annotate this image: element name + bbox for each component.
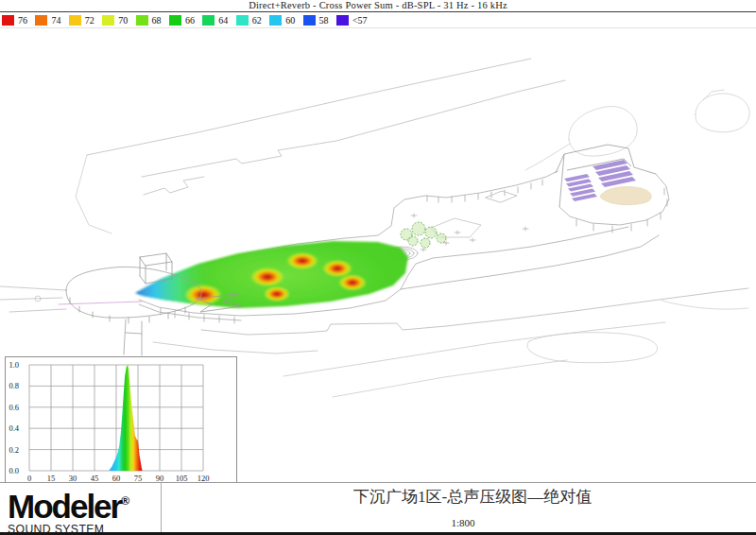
spl-hotspot [264, 286, 290, 302]
stairs-structure [556, 145, 656, 207]
legend-item: 74 [35, 14, 68, 26]
spl-hotspot [338, 275, 367, 291]
legend-swatch [136, 15, 148, 26]
spl-hotspot [322, 260, 352, 277]
trees-group [401, 222, 446, 248]
drawing-scale: 1:800 [406, 517, 520, 528]
legend-label: 62 [252, 15, 262, 26]
spl-hotspot [184, 285, 222, 305]
svg-text:0.2: 0.2 [9, 445, 19, 455]
spl-color-legend: 76747270686664626058<57 [0, 12, 756, 28]
legend-item: 64 [202, 14, 235, 26]
legend-swatch [35, 15, 47, 26]
footer-divider [161, 483, 162, 532]
report-title-bar: Direct+Reverb - Cross Power Sum - dB-SPL… [0, 0, 756, 12]
legend-swatch [169, 15, 181, 26]
legend-swatch [69, 15, 81, 26]
legend-label: 66 [185, 15, 195, 26]
legend-label: 70 [118, 15, 128, 26]
drawing-title: 下沉广场1区-总声压级图—绝对值 [353, 486, 592, 508]
report-title: Direct+Reverb - Cross Power Sum - dB-SPL… [0, 0, 756, 11]
histogram-y-labels: 1.00.80.60.40.20.0 [9, 360, 19, 475]
legend-swatch [236, 15, 249, 26]
legend-label: 76 [18, 15, 27, 26]
svg-text:0.0: 0.0 [9, 466, 19, 475]
legend-item: 66 [169, 14, 202, 26]
spl-hotspot [286, 252, 318, 269]
svg-text:0.8: 0.8 [9, 381, 19, 390]
histogram-distribution [109, 365, 142, 471]
registered-mark: ® [121, 494, 129, 508]
legend-label: 74 [51, 15, 60, 26]
legend-item: 70 [102, 14, 135, 26]
legend-swatch [303, 15, 316, 26]
legend-label: 64 [218, 15, 228, 26]
modeler-logo-text: Modeler® [8, 485, 159, 523]
legend-swatch [102, 15, 114, 26]
svg-text:0.4: 0.4 [9, 423, 19, 433]
legend-item: 60 [269, 14, 302, 26]
legend-swatch [202, 15, 215, 26]
svg-text:0.6: 0.6 [9, 403, 19, 412]
svg-text:1.0: 1.0 [9, 360, 19, 370]
spl-histogram-panel: 01530456075901051201.00.80.60.40.20.0 [5, 356, 237, 484]
site-outline-lines [76, 59, 749, 309]
legend-item: 72 [69, 14, 102, 26]
legend-label: <57 [352, 15, 368, 26]
legend-item: 68 [136, 14, 169, 26]
legend-label: 58 [319, 15, 329, 26]
legend-item: 58 [303, 14, 336, 26]
legend-label: 60 [285, 15, 295, 26]
legend-item: 62 [236, 14, 269, 26]
spl-hotspot [250, 268, 284, 286]
footer: Modeler® SOUND SYSTEM SOFTWARE 下沉广场1区-总声… [0, 482, 756, 535]
legend-swatch [2, 15, 14, 26]
modeler-logo: Modeler® SOUND SYSTEM SOFTWARE [8, 485, 159, 535]
legend-item: <57 [336, 14, 369, 26]
legend-swatch [269, 15, 282, 26]
legend-label: 68 [152, 15, 162, 26]
modeler-report-page: Direct+Reverb - Cross Power Sum - dB-SPL… [0, 0, 756, 535]
legend-item: 76 [2, 14, 35, 26]
sand-area [600, 186, 651, 204]
spl-histogram-chart: 01530456075901051201.00.80.60.40.20.0 [6, 357, 236, 483]
histogram-grid [29, 365, 203, 471]
legend-swatch [336, 15, 349, 26]
legend-label: 72 [85, 15, 94, 26]
